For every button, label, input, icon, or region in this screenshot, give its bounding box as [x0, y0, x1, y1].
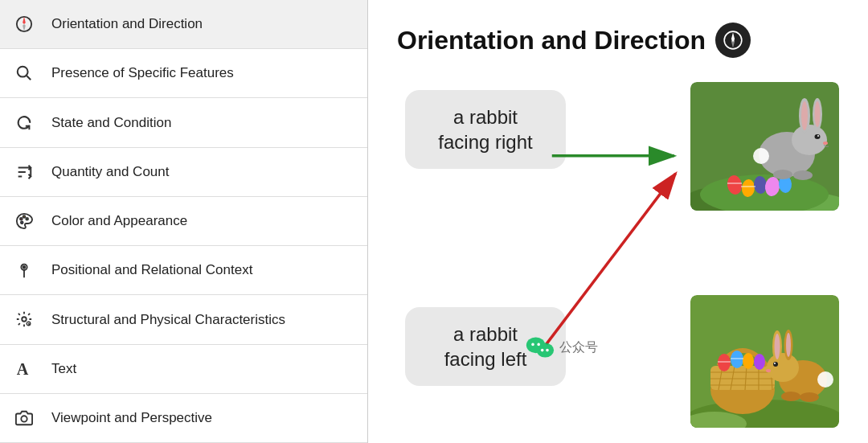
svg-line-4 — [27, 76, 31, 80]
svg-point-38 — [801, 101, 808, 130]
text-icon: A — [13, 360, 35, 378]
main-content: Orientation and Direction a rabbitfacing… — [368, 0, 868, 443]
bubble-facing-left-text: a rabbitfacing left — [444, 323, 527, 370]
search-icon — [13, 64, 35, 82]
svg-point-69 — [775, 334, 780, 359]
sidebar-item-color[interactable]: Color and Appearance — [0, 197, 367, 246]
svg-point-36 — [792, 125, 827, 155]
svg-point-71 — [786, 333, 791, 357]
sidebar-item-text[interactable]: A Text — [0, 345, 367, 394]
svg-point-44 — [753, 148, 769, 164]
svg-point-45 — [773, 170, 792, 179]
wechat-icon — [526, 335, 555, 359]
sidebar-item-label-text: Text — [51, 360, 76, 378]
sidebar-item-label-structural: Structural and Physical Characteristics — [51, 311, 285, 328]
compass-icon — [13, 15, 35, 33]
svg-point-84 — [531, 343, 534, 347]
sidebar: Orientation and Direction Presence of Sp… — [0, 0, 368, 443]
sidebar-item-state[interactable]: State and Condition — [0, 98, 367, 147]
svg-point-40 — [815, 101, 821, 127]
svg-point-60 — [718, 354, 731, 371]
sidebar-item-label-positional: Positional and Relational Context — [51, 261, 252, 279]
sidebar-item-label-state: State and Condition — [51, 114, 171, 132]
sidebar-item-label-viewpoint: Viewpoint and Perspective — [51, 409, 212, 427]
svg-point-67 — [767, 353, 799, 382]
svg-point-61 — [731, 351, 743, 368]
svg-point-16 — [22, 318, 27, 322]
svg-point-41 — [815, 134, 821, 139]
refresh-icon — [13, 114, 35, 132]
examples-area: a rabbitfacing right a rabbitfacing left — [397, 82, 839, 436]
sidebar-item-positional[interactable]: Positional and Relational Context — [0, 246, 367, 295]
svg-point-73 — [774, 363, 776, 364]
svg-point-63 — [754, 354, 765, 370]
camera-icon — [13, 409, 35, 427]
sidebar-item-label-color: Color and Appearance — [51, 212, 187, 230]
bubble-facing-right-text: a rabbitfacing right — [438, 106, 532, 153]
sort-icon — [13, 163, 35, 181]
svg-point-62 — [743, 353, 754, 369]
svg-point-42 — [817, 135, 819, 137]
gear-icon — [13, 310, 35, 328]
palette-icon — [13, 212, 35, 230]
svg-point-10 — [23, 215, 26, 218]
bubble-facing-right: a rabbitfacing right — [405, 90, 566, 169]
svg-point-72 — [773, 362, 778, 367]
rabbit-image-right — [690, 82, 839, 211]
compass-icon-large — [715, 23, 751, 58]
watermark-text: 公众号 — [559, 339, 598, 356]
svg-point-43 — [823, 142, 828, 145]
content-title-text: Orientation and Direction — [397, 26, 706, 55]
sidebar-item-viewpoint[interactable]: Viewpoint and Perspective — [0, 394, 367, 443]
watermark: 公众号 — [526, 335, 598, 359]
svg-point-46 — [793, 170, 813, 180]
svg-point-19 — [21, 416, 27, 421]
rabbit-image-left — [690, 295, 839, 428]
svg-point-3 — [18, 67, 28, 77]
svg-point-76 — [781, 392, 800, 401]
sidebar-item-orientation[interactable]: Orientation and Direction — [0, 0, 367, 49]
svg-point-75 — [817, 371, 833, 388]
svg-point-12 — [21, 221, 23, 224]
svg-point-11 — [26, 218, 28, 220]
sidebar-item-structural[interactable]: Structural and Physical Characteristics — [0, 295, 367, 344]
sidebar-item-label-orientation: Orientation and Direction — [51, 15, 203, 33]
sidebar-item-label-quantity: Quantity and Count — [51, 163, 169, 181]
sidebar-item-label-features: Presence of Specific Features — [51, 64, 234, 82]
svg-point-85 — [537, 343, 540, 347]
svg-point-87 — [546, 349, 549, 352]
svg-text:A: A — [17, 360, 29, 378]
svg-line-81 — [547, 174, 676, 344]
svg-point-23 — [731, 39, 734, 41]
svg-marker-2 — [23, 24, 26, 31]
svg-point-74 — [766, 369, 771, 372]
svg-marker-1 — [23, 17, 26, 24]
svg-point-15 — [23, 266, 26, 269]
svg-point-86 — [541, 349, 544, 352]
svg-point-77 — [800, 392, 819, 402]
svg-point-9 — [20, 218, 23, 220]
content-title-area: Orientation and Direction — [397, 23, 839, 58]
sidebar-item-features[interactable]: Presence of Specific Features — [0, 49, 367, 98]
pin-icon — [13, 261, 35, 279]
sidebar-item-quantity[interactable]: Quantity and Count — [0, 148, 367, 197]
